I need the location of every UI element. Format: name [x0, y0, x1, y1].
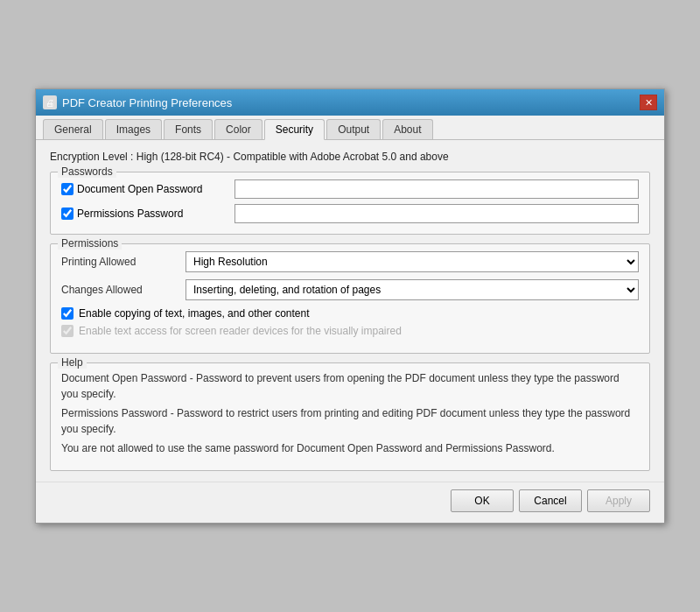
printing-allowed-label: Printing Allowed — [61, 256, 175, 268]
perms-password-row: Permissions Password — [61, 204, 639, 223]
perms-password-checkbox[interactable] — [61, 208, 74, 220]
help-group: Help Document Open Password - Password t… — [50, 362, 650, 471]
perms-password-text: Permissions Password — [77, 208, 183, 220]
title-bar: 🖨 PDF Creator Printing Preferences ✕ — [36, 89, 664, 116]
apply-button[interactable]: Apply — [587, 489, 650, 512]
encryption-label: Encryption Level : High (128-bit RC4) - … — [50, 151, 650, 163]
perms-password-label[interactable]: Permissions Password — [61, 208, 228, 220]
main-window: 🖨 PDF Creator Printing Preferences ✕ Gen… — [35, 88, 665, 524]
help-line-1: Document Open Password - Password to pre… — [61, 370, 639, 402]
help-line-3: You are not allowed to use the same pass… — [61, 440, 639, 456]
cancel-button[interactable]: Cancel — [519, 489, 582, 512]
enable-copying-row: Enable copying of text, images, and othe… — [61, 307, 639, 320]
tab-security[interactable]: Security — [264, 119, 325, 140]
close-button[interactable]: ✕ — [640, 95, 657, 110]
doc-password-label[interactable]: Document Open Password — [61, 183, 228, 195]
passwords-group: Passwords Document Open Password Permiss… — [50, 172, 650, 235]
permissions-group: Permissions Printing Allowed Not Allowed… — [50, 243, 650, 354]
ok-button[interactable]: OK — [451, 489, 514, 512]
window-title: PDF Creator Printing Preferences — [62, 96, 232, 109]
permissions-group-label: Permissions — [58, 237, 122, 250]
changes-allowed-row: Changes Allowed Not Allowed Assembling o… — [61, 279, 639, 300]
doc-password-checkbox[interactable] — [61, 183, 74, 195]
tab-fonts[interactable]: Fonts — [164, 119, 213, 139]
enable-copying-checkbox[interactable] — [61, 307, 74, 320]
doc-password-input[interactable] — [234, 179, 639, 199]
tab-about[interactable]: About — [382, 119, 432, 139]
changes-allowed-label: Changes Allowed — [61, 284, 175, 296]
perms-password-input[interactable] — [234, 204, 639, 223]
tab-images[interactable]: Images — [105, 119, 162, 139]
tab-bar: General Images Fonts Color Security Outp… — [36, 116, 664, 140]
printing-allowed-row: Printing Allowed Not Allowed Low Resolut… — [61, 251, 639, 272]
help-group-label: Help — [58, 356, 87, 369]
changes-allowed-select[interactable]: Not Allowed Assembling only Inserting, d… — [186, 279, 639, 300]
button-bar: OK Cancel Apply — [36, 482, 664, 523]
title-bar-buttons: ✕ — [640, 95, 657, 110]
tab-color[interactable]: Color — [214, 119, 262, 139]
doc-password-row: Document Open Password — [61, 179, 639, 199]
title-bar-left: 🖨 PDF Creator Printing Preferences — [43, 95, 232, 109]
printing-allowed-select[interactable]: Not Allowed Low Resolution High Resoluti… — [186, 251, 639, 272]
tab-output[interactable]: Output — [326, 119, 381, 139]
enable-copying-label: Enable copying of text, images, and othe… — [79, 307, 310, 320]
doc-password-text: Document Open Password — [77, 183, 202, 195]
content-area: Encryption Level : High (128-bit RC4) - … — [36, 140, 664, 482]
enable-text-access-label: Enable text access for screen reader dev… — [79, 325, 402, 337]
enable-text-access-row: Enable text access for screen reader dev… — [61, 325, 639, 337]
app-icon: 🖨 — [43, 95, 57, 109]
tab-general[interactable]: General — [43, 119, 103, 139]
help-line-2: Permissions Password - Password to restr… — [61, 405, 639, 437]
enable-text-access-checkbox[interactable] — [61, 325, 74, 337]
passwords-group-label: Passwords — [58, 165, 116, 178]
